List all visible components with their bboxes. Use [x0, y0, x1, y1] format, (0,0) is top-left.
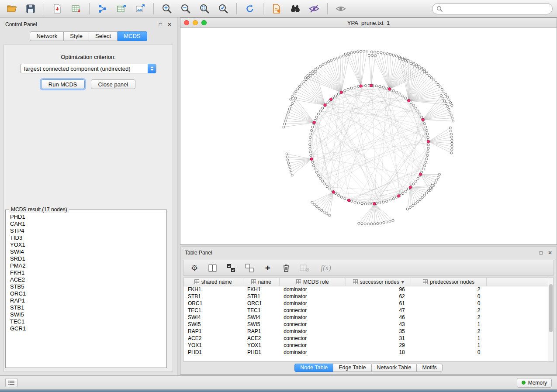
close-panel-icon[interactable]: ✕	[167, 21, 172, 28]
tab-node-table[interactable]: Node Table	[294, 364, 333, 372]
add-column-button[interactable]: +	[263, 263, 273, 273]
mcds-result-item[interactable]: TEC1	[7, 318, 166, 325]
export-image-button[interactable]	[133, 2, 148, 15]
table-row[interactable]: ACE2ACE2connector311	[183, 335, 549, 342]
table-cell-empty	[486, 321, 548, 328]
tab-edge-table[interactable]: Edge Table	[333, 364, 371, 372]
table-row[interactable]: PHD1PHD1dominator180	[183, 349, 549, 356]
task-history-button[interactable]	[5, 378, 17, 387]
tab-style[interactable]: Style	[64, 31, 89, 41]
mcds-result-item[interactable]: STP4	[7, 227, 166, 234]
optimization-criterion-select[interactable]: largest connected component (undirected)	[20, 64, 156, 73]
open-session-button[interactable]	[4, 2, 19, 15]
show-columns-button[interactable]	[208, 263, 218, 273]
export-table-button[interactable]	[114, 2, 129, 15]
table-cell: YOX1	[243, 342, 279, 349]
network-graph[interactable]	[180, 28, 557, 244]
table-cell: 2	[411, 286, 487, 293]
save-session-button[interactable]	[23, 2, 38, 15]
table-cell-empty	[486, 300, 548, 307]
column-header-label: predecessor nodes	[430, 279, 474, 285]
column-header-successor-nodes[interactable]: successor nodes▾	[346, 278, 411, 286]
mcds-result-item[interactable]: RAP1	[7, 297, 166, 304]
mcds-result-item[interactable]: STB1	[7, 304, 166, 311]
column-header-label: MCDS role	[303, 279, 329, 285]
table-tabbar: Node TableEdge TableNetwork TableMotifs	[180, 364, 557, 372]
mcds-result-item[interactable]: ACE2	[7, 276, 166, 283]
table-row[interactable]: YOX1YOX1connector291	[183, 342, 549, 349]
plus-icon: +	[265, 263, 270, 272]
select-all-rows-button[interactable]	[226, 263, 236, 273]
network-snapshot-button[interactable]	[269, 2, 284, 15]
tab-network-table[interactable]: Network Table	[371, 364, 417, 372]
mcds-result-item[interactable]: SWI5	[7, 311, 166, 318]
import-network-icon	[52, 3, 62, 14]
import-network-from-file-button[interactable]	[50, 2, 65, 15]
tab-motifs[interactable]: Motifs	[416, 364, 442, 372]
export-network-button[interactable]	[95, 2, 110, 15]
hide-panels-button[interactable]	[307, 2, 322, 15]
zoom-fit-button[interactable]	[197, 2, 212, 15]
tab-select[interactable]: Select	[89, 31, 118, 41]
float-panel-icon[interactable]: □	[159, 21, 162, 28]
column-header-label: successor nodes	[360, 279, 399, 285]
column-header-MCDS-role[interactable]: MCDS role	[279, 278, 346, 286]
zoom-in-button[interactable]	[159, 2, 174, 15]
tab-network[interactable]: Network	[30, 31, 64, 41]
mcds-result-item[interactable]: ORC1	[7, 290, 166, 297]
mcds-result-item[interactable]: SRD1	[7, 255, 166, 262]
table-settings-button[interactable]: ⚙	[190, 263, 199, 273]
close-panel-icon[interactable]: ✕	[548, 250, 552, 256]
network-canvas[interactable]	[180, 28, 557, 244]
mcds-result-item[interactable]: STB5	[7, 283, 166, 290]
table-cell: STB1	[183, 293, 243, 300]
mcds-result-item[interactable]: SWI4	[7, 248, 166, 255]
column-header-shared-name[interactable]: shared name	[183, 278, 243, 286]
memory-button[interactable]: Memory	[517, 378, 552, 388]
deselect-all-rows-button[interactable]	[245, 263, 254, 273]
column-header-empty	[486, 278, 548, 286]
search-input[interactable]	[445, 5, 548, 12]
zoom-out-button[interactable]	[178, 2, 193, 15]
tab-mcds[interactable]: MCDS	[118, 31, 147, 41]
import-table-from-file-button[interactable]	[69, 2, 83, 15]
table-row[interactable]: TEC1TEC1connector472	[183, 307, 549, 314]
control-panel-tabbar: NetworkStyleSelectMCDS	[0, 31, 177, 41]
table-cell: dominator	[279, 300, 346, 307]
mcds-result-item[interactable]: YOX1	[7, 241, 166, 248]
table-row[interactable]: SWI4SWI4dominator462	[183, 314, 549, 321]
table-cell-empty	[486, 307, 548, 314]
mcds-result-item[interactable]: GCR1	[7, 325, 166, 332]
toolbar-separator	[327, 3, 328, 14]
table-scrollbar-track[interactable]	[548, 278, 554, 361]
column-header-name[interactable]: name	[243, 278, 279, 286]
delete-column-button[interactable]	[281, 263, 291, 273]
network-search-box[interactable]	[432, 3, 553, 14]
mcds-result-item[interactable]: TID3	[7, 234, 166, 241]
run-mcds-button[interactable]: Run MCDS	[41, 79, 85, 89]
table-row[interactable]: STB1STB1dominator620	[183, 293, 549, 300]
float-panel-icon[interactable]: □	[540, 250, 543, 256]
table-cell: ORC1	[183, 300, 243, 307]
table-cell: 2	[411, 328, 487, 335]
column-header-predecessor-nodes[interactable]: predecessor nodes	[411, 278, 487, 286]
network-window-titlebar[interactable]: YPA_prune.txt_1	[180, 18, 557, 28]
zoom-selected-button[interactable]	[216, 2, 231, 15]
column-header-label: shared name	[201, 279, 232, 285]
mcds-result-item[interactable]: PHD1	[7, 213, 166, 220]
show-graphics-details-button[interactable]	[333, 2, 348, 15]
refresh-view-button[interactable]	[242, 2, 257, 15]
mcds-result-item[interactable]: FKH1	[7, 269, 166, 276]
table-row[interactable]: ORC1ORC1dominator610	[183, 300, 549, 307]
mcds-result-list[interactable]: PHD1CAR1STP4TID3YOX1SWI4SRD1PMA2FKH1ACE2…	[7, 213, 166, 367]
table-row[interactable]: RAP1RAP1dominator352	[183, 328, 549, 335]
search-network-button[interactable]	[288, 2, 303, 15]
mcds-result-item[interactable]: PMA2	[7, 262, 166, 269]
table-scrollbar-thumb[interactable]	[549, 284, 553, 332]
delete-table-button-disabled	[300, 263, 309, 273]
table-row[interactable]: SWI5SWI5connector431	[183, 321, 549, 328]
table-row[interactable]: FKH1FKH1dominator962	[183, 286, 549, 293]
mcds-result-item[interactable]: CAR1	[7, 220, 166, 227]
close-panel-button[interactable]: Close panel	[91, 79, 136, 89]
table-cell: 0	[411, 349, 487, 356]
